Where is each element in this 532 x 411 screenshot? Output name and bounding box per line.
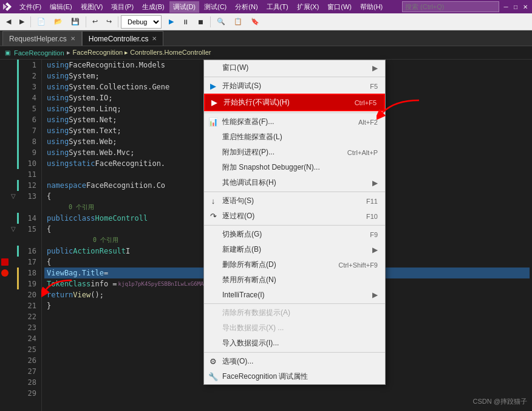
menu-sep-3 xyxy=(204,192,385,192)
open-button[interactable]: 📂 xyxy=(50,16,66,27)
gutter-line-19 xyxy=(0,278,10,289)
tab-homecontroller-label: HomeController.cs xyxy=(89,35,149,43)
gutter-line-2 xyxy=(0,71,10,81)
menu-attach-snapshot[interactable]: 附加 Snapshot Debugger(N)... xyxy=(204,160,385,175)
linenum-29: 29 xyxy=(24,388,36,399)
menu-window-label: 窗口(W) xyxy=(222,63,248,73)
menu-window[interactable]: 窗口(W) xyxy=(324,1,355,13)
editor-container: ▽ ▽ 1 2 3 4 5 xyxy=(0,60,532,411)
menu-new-bp[interactable]: 新建断点(B) ▶ xyxy=(204,242,385,257)
toolbar-extra-2[interactable]: 📋 xyxy=(230,16,246,27)
fold-2 xyxy=(10,71,17,81)
gutter-line-1 xyxy=(0,60,10,71)
back-button[interactable]: ◀ xyxy=(2,16,15,27)
linenum-16: 16 xyxy=(24,246,36,257)
menu-tools[interactable]: 工具(T) xyxy=(263,1,292,13)
menu-step-into-label: 逐语句(S) xyxy=(222,196,254,206)
undo-button[interactable]: ↩ xyxy=(89,16,101,27)
gutter-line-5 xyxy=(0,103,10,114)
csdn-watermark: CSDN @摔跤猫子 xyxy=(473,397,527,406)
linenum-17: 17 xyxy=(24,257,36,268)
menu-intellitrace[interactable]: IntelliTrace(I) ▶ xyxy=(204,288,385,302)
minimize-button[interactable]: ─ xyxy=(502,2,510,11)
intellitrace-arrow-icon: ▶ xyxy=(372,291,378,299)
linenum-13: 13 xyxy=(24,191,36,202)
window-controls: ─ □ ✕ xyxy=(502,2,530,11)
menu-import-tips[interactable]: 导入数据提示(I)... xyxy=(204,336,385,351)
tab-requesthelper[interactable]: RequestHelper.cs ✕ xyxy=(2,31,82,46)
breakpoint-square xyxy=(1,258,9,266)
toolbar-extra-1[interactable]: 🔍 xyxy=(213,16,229,27)
start-debug-button[interactable]: ▶ xyxy=(165,16,177,27)
red-arrow-line19 xyxy=(41,277,78,303)
menu-sep-5 xyxy=(204,303,385,304)
tab-homecontroller[interactable]: HomeController.cs ✕ xyxy=(82,31,164,46)
save-button[interactable]: 💾 xyxy=(67,16,83,27)
fold-13[interactable]: ▽ xyxy=(10,191,17,202)
tab-requesthelper-close[interactable]: ✕ xyxy=(70,35,75,42)
close-button[interactable]: ✕ xyxy=(521,2,530,11)
menu-delete-all-bp-label: 删除所有断点(D) xyxy=(222,260,276,270)
menu-face-props[interactable]: 🔧 FaceRecognition 调试属性 xyxy=(204,369,385,384)
menu-export-tips-label: 导出数据提示(X) ... xyxy=(222,323,284,333)
step-into-shortcut: F11 xyxy=(366,198,378,205)
menu-sep-1 xyxy=(204,77,385,77)
toggle-bp-shortcut: F9 xyxy=(370,231,378,238)
menu-import-tips-label: 导入数据提示(I)... xyxy=(222,338,279,348)
linenum-2: 2 xyxy=(24,71,36,81)
linenum-12: 12 xyxy=(24,180,36,191)
fold-10 xyxy=(10,158,17,169)
linenum-3: 3 xyxy=(24,81,36,92)
menu-delete-all-bp[interactable]: 删除所有断点(D) Ctrl+Shift+F9 xyxy=(204,257,385,272)
menu-step-over[interactable]: ↷ 逐过程(O) F10 xyxy=(204,209,385,224)
gutter-line-17 xyxy=(0,257,10,268)
menu-start-nodebug[interactable]: ▶ 开始执行(不调试)(H) Ctrl+F5 xyxy=(204,94,385,111)
fold-15[interactable]: ▽ xyxy=(10,224,17,235)
menu-restart-profiler[interactable]: 重启性能探查器(L) xyxy=(204,130,385,145)
linenum-6: 6 xyxy=(24,114,36,125)
menu-attach-process[interactable]: 附加到进程(P)... Ctrl+Alt+P xyxy=(204,145,385,160)
fold-17 xyxy=(10,257,17,268)
toolbar-extra-3[interactable]: 🔖 xyxy=(247,16,263,27)
fold-ref0 xyxy=(10,202,17,213)
menu-view[interactable]: 视图(V) xyxy=(77,1,107,13)
search-input[interactable] xyxy=(402,1,499,12)
menu-start-debug[interactable]: ▶ 开始调试(S) F5 xyxy=(204,78,385,94)
menu-file[interactable]: 文件(F) xyxy=(16,1,45,13)
menu-perf-profiler[interactable]: 📊 性能探查器(F)... Alt+F2 xyxy=(204,114,385,130)
menu-other-debug[interactable]: 其他调试目标(H) ▶ xyxy=(204,175,385,190)
namespace-label: ▣ xyxy=(5,49,10,56)
linenum-19: 19 xyxy=(24,278,36,289)
menu-help[interactable]: 帮助(H) xyxy=(356,1,386,13)
debug-config-dropdown[interactable]: Debug xyxy=(121,15,162,29)
menu-intellitrace-label: IntelliTrace(I) xyxy=(222,291,265,299)
forward-button[interactable]: ▶ xyxy=(16,16,28,27)
menu-disable-all-bp[interactable]: 禁用所有断点(N) xyxy=(204,272,385,288)
stop-button[interactable]: ⏹ xyxy=(194,17,208,27)
breadcrumb-separator: ▸ xyxy=(67,49,70,57)
toolbar: ◀ ▶ 📄 📂 💾 ↩ ↪ Debug ▶ ⏸ ⏹ 🔍 📋 🔖 xyxy=(0,13,532,30)
menu-window[interactable]: 窗口(W) ▶ xyxy=(204,60,385,75)
menu-edit[interactable]: 编辑(E) xyxy=(46,1,76,13)
menu-step-into[interactable]: ↓ 逐语句(S) F11 xyxy=(204,193,385,209)
red-arrow-annotation xyxy=(377,97,425,130)
maximize-button[interactable]: □ xyxy=(511,2,520,11)
menu-toggle-bp[interactable]: 切换断点(G) F9 xyxy=(204,227,385,242)
linenum-8: 8 xyxy=(24,136,36,147)
new-file-button[interactable]: 📄 xyxy=(33,16,49,27)
arrow-icon: ▶ xyxy=(372,64,378,72)
menu-build[interactable]: 生成(B) xyxy=(138,1,168,13)
menu-analyze[interactable]: 分析(N) xyxy=(231,1,261,13)
menu-extensions[interactable]: 扩展(X) xyxy=(293,1,323,13)
options-icon: ⚙ xyxy=(208,357,219,366)
menu-debug[interactable]: 调试(D) xyxy=(169,1,199,13)
fold-4 xyxy=(10,92,17,103)
linenum-11: 11 xyxy=(24,169,36,180)
menu-project[interactable]: 项目(P) xyxy=(107,1,137,13)
pause-button[interactable]: ⏸ xyxy=(179,17,193,27)
tab-homecontroller-close[interactable]: ✕ xyxy=(152,35,157,42)
redo-button[interactable]: ↪ xyxy=(103,16,115,27)
menu-test[interactable]: 测试(C) xyxy=(200,1,230,13)
fold-11 xyxy=(10,169,17,180)
menu-options[interactable]: ⚙ 选项(O)... xyxy=(204,354,385,369)
